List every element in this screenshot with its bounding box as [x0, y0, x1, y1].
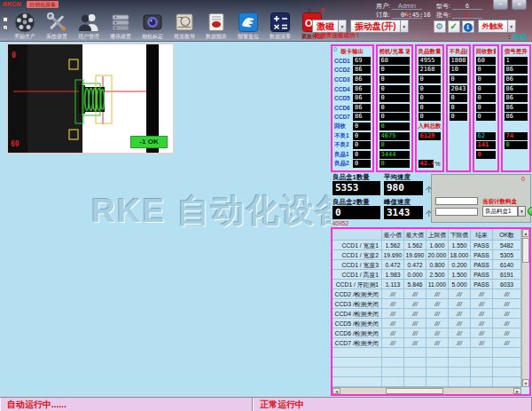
row-name: CCD1 / 宽度1	[332, 241, 382, 250]
vertical-scroll-thumb[interactable]	[522, 238, 529, 263]
stats-row: 回收0	[334, 122, 371, 131]
film-reel-icon	[14, 12, 35, 33]
table-row: CCD1 / 高度11.9830.0002.5001.500PASS6191	[332, 270, 521, 280]
scroll-right-icon[interactable]: ►	[513, 388, 521, 394]
stats-value: 2043	[450, 85, 467, 93]
table-cell: 1.562	[404, 241, 426, 250]
stats-value: 86	[505, 104, 528, 112]
gear-icon[interactable]: ⚙	[434, 20, 446, 33]
stats-row: 0	[419, 93, 441, 103]
table-cell: ///	[382, 319, 404, 328]
toolbar-label: 数据报表	[206, 33, 227, 40]
db-status-message: 数据库连接成功！	[315, 32, 361, 40]
scroll-down-icon[interactable]: ▼	[522, 379, 529, 387]
users-icon	[78, 12, 99, 33]
stats-value: 0	[450, 104, 467, 112]
table-header-row: 最小值最大值上限值下限值结果OK数	[332, 229, 521, 241]
system-settings-button[interactable]: 系统设置	[41, 12, 73, 42]
start-production-button[interactable]: 开始生产	[9, 12, 41, 42]
current-tray-select[interactable]: 良品料盒1	[482, 206, 518, 217]
stats-row: 0	[476, 150, 496, 160]
user-management-button[interactable]: 用户管理	[73, 12, 105, 42]
info-button[interactable]: i	[462, 20, 474, 33]
tray-input-2[interactable]	[435, 208, 478, 216]
data-clear-button[interactable]: 数据清零	[264, 12, 296, 42]
vision-teach-icon	[174, 12, 195, 33]
horizontal-scroll-thumb[interactable]	[386, 388, 443, 394]
stats-row: 0	[419, 103, 441, 113]
table-cell	[471, 358, 493, 368]
stats-value: 60	[476, 57, 496, 65]
table-cell	[404, 377, 426, 387]
scroll-left-icon[interactable]: ◄	[332, 388, 340, 394]
excite-button[interactable]: 激磁	[312, 20, 339, 33]
stats-value: 0	[505, 141, 528, 149]
stop-counters: 0 0	[308, 7, 325, 13]
table-cell: 0.800	[426, 260, 449, 270]
tray-dropdown-arrow[interactable]: ▼	[518, 206, 526, 217]
stats-value: 0	[476, 85, 496, 93]
excite-dropdown-arrow[interactable]: ▼	[339, 20, 347, 33]
stats-panel-2: 相机/光幕 返回6800000004675034440	[376, 44, 413, 172]
table-row: CCD3 /检测关闭//////////////////	[332, 299, 521, 309]
toolbar-label: 相机标定	[142, 33, 163, 40]
stats-row: CCD286	[334, 66, 371, 75]
tray-input-1[interactable]	[435, 197, 478, 205]
data-report-button[interactable]: 数据报表	[200, 12, 232, 42]
stats-value: 0	[476, 94, 496, 102]
stats-row: 0	[476, 93, 496, 103]
close-button[interactable]: ×	[512, 0, 527, 10]
stats-row	[450, 150, 467, 160]
row-name	[332, 348, 382, 358]
table-cell	[404, 358, 426, 368]
stats-value: 0	[379, 141, 410, 149]
table-row: CCD4 /检测关闭//////////////////	[332, 309, 521, 319]
table-cell: ///	[426, 289, 449, 299]
table-cell: 6140	[493, 260, 521, 270]
camera-bottom-index: 69	[11, 140, 20, 148]
table-cell: 6033	[493, 280, 521, 289]
minimize-button[interactable]: −	[493, 0, 508, 10]
stats-value: 86	[505, 75, 528, 83]
stats-value: 0	[379, 104, 410, 112]
stats-row: 4955	[419, 56, 441, 66]
stats-value: 0	[450, 75, 467, 83]
stats-row: 良品10	[334, 150, 371, 160]
scroll-up-icon[interactable]: ▲	[522, 229, 529, 237]
vision-teaching-button[interactable]: 视觉教导	[168, 12, 200, 42]
table-cell: ///	[404, 309, 426, 319]
checkbox-1[interactable]	[3, 17, 8, 22]
vertical-scrollbar[interactable]: ▲ ▼	[521, 229, 529, 387]
confirm-check-icon[interactable]: ✓	[448, 20, 460, 33]
camera-calibration-button[interactable]: 相机标定	[137, 12, 168, 42]
table-cell: ///	[449, 338, 471, 348]
user-field: 用户: Admin	[376, 2, 422, 11]
stats-value: 0	[379, 66, 410, 74]
checkbox-2[interactable]: ✓	[3, 25, 8, 30]
stats-value: 1800	[450, 57, 467, 65]
stats-empty-cell	[476, 160, 496, 168]
stats-column-header: 相机/光幕 返回	[379, 46, 410, 56]
table-cell	[426, 368, 449, 377]
stats-row: 0	[379, 122, 410, 131]
communication-settings-button[interactable]: 通讯设置	[105, 12, 137, 42]
horizontal-scrollbar[interactable]: ◄ ►	[332, 387, 521, 394]
table-cell: 19.690	[404, 250, 426, 260]
trigger-dropdown-arrow[interactable]: ▼	[508, 20, 516, 33]
table-cell: PASS	[471, 270, 493, 280]
vibration-plate-button[interactable]: 振动盘(开)	[350, 20, 401, 33]
table-cell: ///	[382, 299, 404, 309]
trigger-mode-select[interactable]: 外触发	[478, 20, 508, 33]
stats-row: 0	[379, 93, 410, 103]
stats-row: 0	[476, 113, 496, 123]
table-cell: ///	[426, 309, 449, 319]
row-name: CCD1 / 宽度3	[332, 260, 382, 270]
stats-row	[450, 140, 467, 150]
alarm-reset-button[interactable]: 报警复位	[232, 12, 264, 42]
stats-row: 0	[379, 66, 410, 75]
stats-value: 86	[505, 85, 528, 93]
stats-value: 10	[450, 66, 467, 74]
vibration-dropdown-arrow[interactable]: ▼	[401, 20, 409, 33]
stats-row-label: CCD6	[334, 105, 353, 111]
table-cell: ///	[471, 319, 493, 328]
